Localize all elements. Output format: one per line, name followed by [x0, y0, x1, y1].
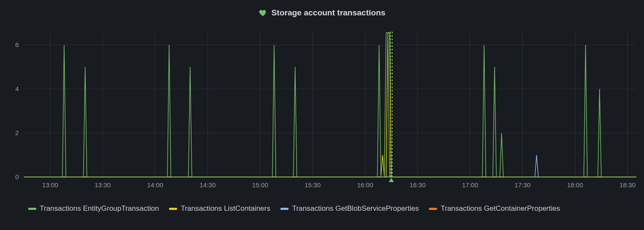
- legend-swatch: [169, 208, 177, 210]
- svg-text:17:00: 17:00: [462, 181, 478, 189]
- chart-panel: Storage account transactions 024613:0013…: [0, 0, 644, 230]
- svg-marker-35: [389, 178, 394, 182]
- legend-swatch: [28, 208, 36, 210]
- legend-item[interactable]: Transactions GetContainerProperties: [429, 204, 560, 213]
- legend-label: Transactions ListContainers: [181, 204, 270, 213]
- svg-text:14:00: 14:00: [147, 181, 163, 189]
- svg-text:16:00: 16:00: [357, 181, 373, 189]
- svg-text:14:30: 14:30: [200, 181, 216, 189]
- legend-label: Transactions EntityGroupTransaction: [40, 204, 159, 213]
- svg-text:18:00: 18:00: [567, 181, 583, 189]
- svg-text:16:30: 16:30: [410, 181, 426, 189]
- svg-text:13:00: 13:00: [42, 181, 58, 189]
- svg-text:2: 2: [15, 129, 19, 136]
- svg-text:0: 0: [15, 173, 19, 180]
- svg-text:6: 6: [15, 41, 19, 48]
- svg-text:4: 4: [15, 85, 19, 92]
- svg-text:18:30: 18:30: [620, 181, 636, 189]
- legend-swatch: [429, 208, 437, 210]
- panel-header[interactable]: Storage account transactions: [3, 3, 641, 23]
- panel-title: Storage account transactions: [271, 8, 385, 18]
- legend-item[interactable]: Transactions EntityGroupTransaction: [28, 204, 159, 213]
- legend-item[interactable]: Transactions ListContainers: [169, 204, 270, 213]
- svg-text:15:30: 15:30: [305, 181, 321, 189]
- heart-icon: [259, 9, 267, 17]
- chart-area[interactable]: 024613:0013:3014:0014:3015:0015:3016:001…: [3, 23, 641, 203]
- legend-label: Transactions GetBlobServiceProperties: [292, 204, 419, 213]
- svg-text:17:30: 17:30: [515, 181, 531, 189]
- legend-swatch: [280, 208, 288, 210]
- svg-text:13:30: 13:30: [95, 181, 111, 189]
- svg-text:15:00: 15:00: [252, 181, 268, 189]
- legend: Transactions EntityGroupTransactionTrans…: [3, 203, 641, 213]
- chart-svg: 024613:0013:3014:0014:3015:0015:3016:001…: [3, 23, 641, 194]
- legend-label: Transactions GetContainerProperties: [440, 204, 560, 213]
- legend-item[interactable]: Transactions GetBlobServiceProperties: [280, 204, 419, 213]
